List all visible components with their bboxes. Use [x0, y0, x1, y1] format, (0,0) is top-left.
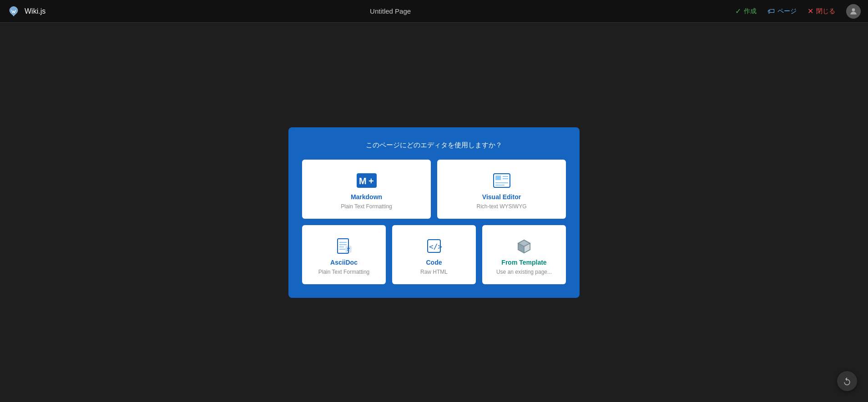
markdown-icon: M + — [357, 172, 377, 189]
x-icon: ✕ — [807, 7, 813, 15]
template-sublabel: Use an existing page... — [496, 269, 552, 275]
svg-text:</>: </> — [429, 242, 442, 251]
app-title: Wiki.js — [25, 7, 45, 15]
template-label: From Template — [501, 259, 546, 266]
topbar: Wiki.js Untitled Page ✓ 作成 🏷 ページ ✕ 閉じる — [0, 0, 868, 23]
svg-rect-15 — [346, 246, 351, 252]
svg-point-0 — [852, 8, 855, 11]
template-icon — [514, 238, 534, 254]
template-editor-card[interactable]: From Template Use an existing page... — [482, 225, 566, 284]
back-fab-button[interactable] — [837, 371, 857, 391]
visual-editor-icon — [492, 172, 512, 189]
topbar-left: Wiki.js — [7, 5, 45, 18]
page-action[interactable]: 🏷 ページ — [767, 7, 797, 15]
markdown-editor-card[interactable]: M + Markdown Plain Text Formatting — [302, 160, 431, 219]
svg-rect-5 — [495, 176, 501, 180]
topbar-actions: ✓ 作成 🏷 ページ ✕ 閉じる — [735, 4, 861, 19]
user-avatar-button[interactable] — [846, 4, 861, 19]
editor-select-dialog: このページにどのエディタを使用しますか？ M + Markdown Plain … — [288, 127, 580, 298]
main-area: このページにどのエディタを使用しますか？ M + Markdown Plain … — [0, 23, 868, 402]
editor-top-row: M + Markdown Plain Text Formatting — [302, 160, 566, 219]
asciidoc-label: AsciiDoc — [330, 259, 358, 266]
close-label: 閉じる — [816, 7, 835, 15]
code-sublabel: Raw HTML — [420, 269, 448, 275]
undo-icon — [843, 377, 852, 386]
page-title: Untitled Page — [370, 7, 411, 15]
code-icon: </> — [424, 238, 444, 254]
svg-text:M: M — [359, 176, 367, 186]
close-action[interactable]: ✕ 閉じる — [807, 7, 835, 15]
user-icon — [849, 7, 858, 16]
markdown-label: Markdown — [351, 193, 382, 201]
wikijs-logo-icon — [7, 5, 20, 18]
code-editor-card[interactable]: </> Code Raw HTML — [392, 225, 476, 284]
asciidoc-sublabel: Plain Text Formatting — [318, 269, 370, 275]
create-label: 作成 — [744, 7, 757, 15]
svg-text:+: + — [368, 176, 374, 186]
asciidoc-icon — [334, 238, 354, 254]
visual-editor-sublabel: Rich-text WYSIWYG — [476, 203, 526, 210]
page-label: ページ — [777, 7, 797, 15]
editor-bottom-row: AsciiDoc Plain Text Formatting </> Code … — [302, 225, 566, 284]
markdown-sublabel: Plain Text Formatting — [341, 203, 392, 210]
check-icon: ✓ — [735, 7, 741, 15]
asciidoc-editor-card[interactable]: AsciiDoc Plain Text Formatting — [302, 225, 386, 284]
code-label: Code — [426, 259, 442, 266]
tag-icon: 🏷 — [767, 7, 775, 15]
create-action[interactable]: ✓ 作成 — [735, 7, 757, 15]
dialog-title: このページにどのエディタを使用しますか？ — [302, 141, 566, 150]
visual-editor-card[interactable]: Visual Editor Rich-text WYSIWYG — [437, 160, 566, 219]
visual-editor-label: Visual Editor — [482, 193, 521, 201]
